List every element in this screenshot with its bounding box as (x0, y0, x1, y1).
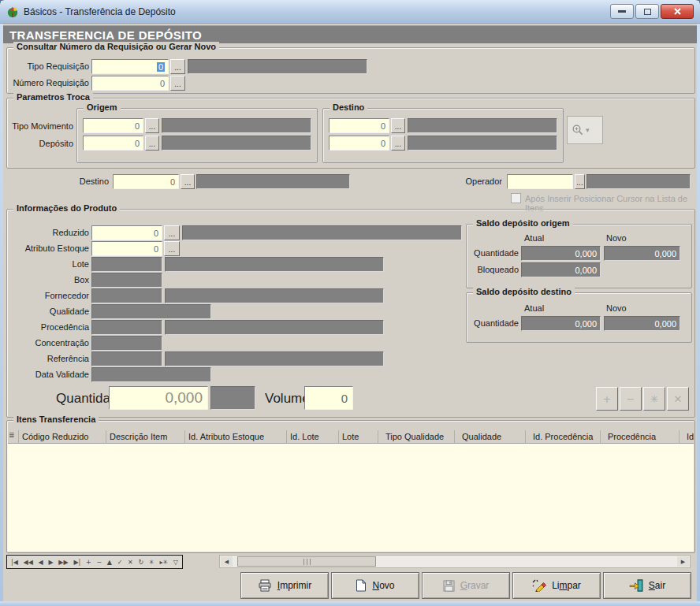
deposito-label: Depósito (9, 139, 73, 148)
saldo-destino-novo-header: Novo (606, 303, 627, 313)
atributo-estoque-label: Atributo Estoque (9, 244, 89, 253)
saldo-origem-quantidade-novo-field: 0,000 (604, 246, 680, 261)
nav-delete-button[interactable]: − (96, 559, 102, 566)
tipo-requisicao-input[interactable]: 0 (91, 59, 169, 74)
eraser-pencil-icon (532, 579, 546, 592)
operador-input[interactable] (507, 174, 573, 189)
reduzido-label: Reduzido (9, 228, 89, 237)
scroll-right-arrow[interactable]: ▶ (677, 556, 689, 567)
origem-deposito-browse-button[interactable]: ... (145, 136, 159, 151)
nav-prior-button[interactable]: ◀ (39, 559, 43, 566)
origem-tipo-movimento-browse-button[interactable]: ... (145, 118, 159, 133)
saldo-origem-atual-header: Atual (524, 233, 544, 243)
nav-edit-button[interactable]: ▲ (107, 559, 112, 566)
close-button[interactable] (661, 4, 694, 19)
nav-filter-button[interactable]: ▽ (173, 559, 178, 566)
reduzido-input[interactable]: 0 (91, 225, 162, 240)
column-header-lote[interactable]: Lote (339, 430, 378, 443)
nav-next-button[interactable]: ▶ (48, 559, 53, 566)
column-header-tipo-qualidade[interactable]: Tipo Qualidade (378, 430, 455, 443)
tipo-requisicao-value: 0 (157, 62, 165, 72)
destino-tipo-movimento-descricao-field (408, 118, 557, 133)
box-label: Box (9, 275, 89, 284)
save-icon (443, 580, 455, 592)
limpar-button[interactable]: Limpar (512, 572, 601, 599)
sair-button[interactable]: Sair (603, 572, 691, 599)
column-header-id-atributo-estoque[interactable]: Id. Atributo Estoque (185, 430, 287, 443)
chevron-down-icon: ▾ (586, 126, 590, 134)
grid-header-row: ≣ Código Reduzido Descrição Item Id. Atr… (8, 430, 694, 444)
grid-corner-icon: ≣ (8, 430, 19, 443)
destino-group: Destino 0 ... 0 ... (322, 108, 564, 163)
destino-tipo-movimento-browse-button[interactable]: ... (391, 118, 405, 133)
nav-next-page-button[interactable]: ▶▶ (58, 559, 68, 566)
reduzido-browse-button[interactable]: ... (164, 225, 180, 240)
tipo-requisicao-browse-button[interactable]: ... (170, 59, 185, 74)
gravar-button: Gravar (422, 572, 510, 599)
origem-tipo-movimento-input[interactable]: 0 (83, 118, 143, 133)
tipo-movimento-label: Tipo Movimento (9, 121, 73, 131)
column-header-descricao-item[interactable]: Descrição Item (106, 430, 185, 443)
requisicao-group-title: Consultar Número da Requisição ou Gerar … (13, 42, 219, 51)
reduzido-descricao-field (182, 225, 462, 240)
search-split-button[interactable]: ▾ (567, 116, 603, 144)
destino-tipo-movimento-input[interactable]: 0 (329, 118, 389, 133)
parametros-group-title: Parametros Troca (13, 92, 93, 102)
db-navigator: |◀ ◀◀ ◀ ▶ ▶▶ ▶| + − ▲ ✓ ✕ ↻ ✳ ▸✳ ▽ (6, 555, 183, 569)
atributo-estoque-input[interactable]: 0 (91, 241, 162, 256)
saldo-origem-bloqueado-label: Bloqueado (468, 265, 519, 274)
close-icon (674, 8, 681, 15)
item-add-button: + (596, 387, 618, 411)
maximize-button[interactable] (635, 4, 659, 19)
destino-deposito-browse-button[interactable]: ... (391, 136, 405, 151)
imprimir-button-label: Imprimir (277, 580, 311, 591)
nav-prior-page-button[interactable]: ◀◀ (24, 559, 33, 566)
nav-post-button[interactable]: ✓ (117, 559, 123, 566)
nav-search-next-button[interactable]: ▸✳ (159, 559, 168, 566)
grid-horizontal-scrollbar[interactable]: ◀ ▶ (219, 555, 691, 568)
requisicao-group: Consultar Número da Requisição ou Gerar … (6, 47, 695, 94)
nav-last-button[interactable]: ▶| (73, 559, 80, 566)
origem-deposito-input[interactable]: 0 (83, 136, 143, 151)
qualidade-label: Qualidade (9, 307, 89, 316)
titlebar: Básicos - Transferência de Depósito (0, 0, 700, 24)
scrollbar-grip-icon (303, 559, 311, 565)
item-cancel-button: ✕ (667, 387, 689, 411)
destino-row-browse-button[interactable]: ... (181, 174, 195, 189)
column-header-id-fornecedor[interactable]: Id. F (680, 430, 694, 443)
novo-button[interactable]: Novo (331, 572, 419, 599)
nav-first-button[interactable]: |◀ (11, 559, 18, 566)
imprimir-button[interactable]: Imprimir (240, 572, 329, 599)
tipo-requisicao-descricao-field (188, 59, 367, 74)
column-header-id-lote[interactable]: Id. Lote (287, 430, 339, 443)
lote-descricao-field (165, 257, 384, 272)
column-header-codigo-reduzido[interactable]: Código Reduzido (19, 430, 106, 443)
grid-body[interactable] (8, 444, 694, 552)
column-header-id-procedencia[interactable]: Id. Procedência (526, 430, 601, 443)
destino-deposito-input[interactable]: 0 (329, 136, 389, 151)
minimize-button[interactable] (610, 4, 634, 19)
scrollbar-thumb[interactable] (237, 556, 376, 567)
saldo-destino-quantidade-atual-field: 0,000 (521, 316, 601, 331)
nav-cancel-button[interactable]: ✕ (128, 559, 133, 566)
saldo-destino-quantidade-label: Quantidade (468, 318, 519, 328)
column-header-qualidade[interactable]: Qualidade (455, 430, 526, 443)
nav-search-button[interactable]: ✳ (149, 559, 155, 566)
gravar-button-label: Gravar (460, 580, 490, 591)
referencia-field (91, 351, 162, 366)
atributo-estoque-browse-button[interactable]: ... (164, 241, 180, 256)
volumes-input[interactable]: 0 (304, 386, 353, 410)
nav-refresh-button[interactable]: ↻ (139, 559, 144, 566)
concentracao-field (91, 336, 162, 351)
quantidade-input[interactable]: 0,000 (109, 386, 208, 410)
numero-requisicao-browse-button[interactable]: ... (170, 76, 185, 91)
operador-browse-button[interactable]: ... (575, 174, 585, 189)
destino-row-input[interactable]: 0 (113, 174, 179, 189)
column-header-procedencia[interactable]: Procedência (601, 430, 680, 443)
destino-deposito-descricao-field (408, 136, 557, 151)
nav-insert-button[interactable]: + (86, 559, 91, 566)
numero-requisicao-input[interactable]: 0 (91, 76, 169, 91)
item-refresh-button: ✳ (643, 387, 665, 411)
item-remove-button: − (620, 387, 642, 411)
scroll-left-arrow[interactable]: ◀ (221, 556, 233, 567)
